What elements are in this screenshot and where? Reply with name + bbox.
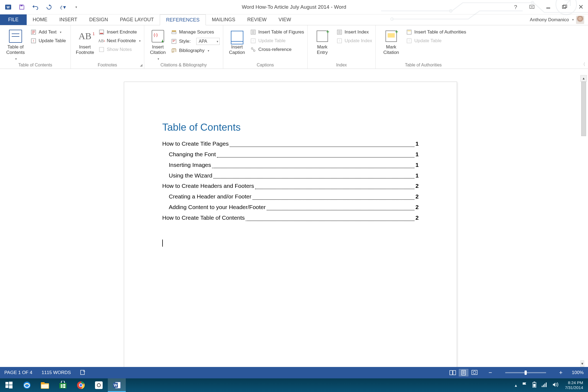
account-menu[interactable]: Anthony Domanico▾ — [530, 14, 588, 25]
document-page[interactable]: Table of Contents How to Create Title Pa… — [124, 82, 457, 367]
svg-text:W: W — [114, 383, 117, 387]
vertical-scrollbar[interactable]: ▲ ▼ — [580, 75, 587, 367]
spellcheck-icon[interactable] — [80, 369, 86, 376]
zoom-in-icon[interactable]: + — [559, 369, 563, 376]
document-area[interactable]: Table of Contents How to Create Title Pa… — [0, 75, 588, 367]
scroll-thumb[interactable] — [581, 82, 586, 136]
zoom-out-icon[interactable]: − — [489, 369, 492, 376]
tab-references[interactable]: REFERENCES — [160, 14, 206, 25]
svg-rect-15 — [100, 33, 103, 34]
svg-point-1 — [449, 10, 452, 12]
group-label-citations: Citations & Bibliography — [144, 63, 223, 68]
tray-clock[interactable]: 8:24 PM 7/31/2014 — [563, 380, 586, 390]
status-bar: PAGE 1 OF 4 1115 WORDS − + 100% — [0, 367, 588, 378]
svg-rect-18 — [172, 32, 176, 34]
svg-rect-16 — [99, 47, 104, 52]
taskbar: W ▴ 8:24 PM 7/31/2014 — [0, 378, 588, 392]
maximize-icon[interactable] — [561, 4, 568, 10]
insert-table-of-figures-button[interactable]: Insert Table of Figures — [250, 29, 304, 35]
close-icon[interactable] — [578, 4, 584, 10]
tray-battery-icon[interactable] — [532, 382, 537, 389]
add-text-button[interactable]: Add Text▾ — [30, 29, 66, 35]
group-label-captions: Captions — [223, 63, 307, 68]
collapse-ribbon-icon[interactable]: 〈 — [581, 62, 585, 67]
print-layout-icon[interactable] — [459, 369, 468, 376]
bibliography-button[interactable]: Bibliography▾ — [171, 48, 220, 54]
taskbar-chrome-icon[interactable] — [72, 378, 90, 392]
insert-table-of-authorities-button[interactable]: Insert Table of Authorities — [406, 29, 466, 35]
tab-design[interactable]: DESIGN — [83, 14, 114, 25]
taskbar-ie-icon[interactable] — [18, 378, 36, 392]
web-layout-icon[interactable] — [470, 369, 479, 376]
zoom-level[interactable]: 100% — [572, 370, 584, 375]
toc-entry[interactable]: How to Create Table of Contents2 — [162, 213, 419, 223]
ribbon-display-icon[interactable] — [529, 4, 535, 10]
tray-overflow-icon[interactable]: ▴ — [515, 383, 517, 388]
group-label-toc: Table of Contents — [0, 63, 71, 68]
svg-rect-50 — [61, 386, 63, 388]
help-icon[interactable]: ? — [512, 4, 519, 10]
toc-heading[interactable]: Table of Contents — [162, 122, 419, 133]
tray-network-icon[interactable] — [541, 382, 547, 388]
taskbar-app-icon[interactable] — [90, 378, 108, 392]
update-toc-button[interactable]: !Update Table — [30, 38, 66, 44]
insert-index-button[interactable]: Insert Index — [336, 29, 372, 35]
group-label-footnotes: Footnotes — [71, 63, 144, 68]
svg-text:!: ! — [339, 39, 340, 42]
qat-customize-icon[interactable]: ▾ — [73, 4, 79, 10]
taskbar-store-icon[interactable] — [54, 378, 72, 392]
taskbar-word-icon[interactable]: W — [108, 378, 126, 392]
svg-rect-61 — [533, 384, 535, 387]
word-count[interactable]: 1115 WORDS — [42, 370, 71, 375]
start-button[interactable] — [0, 378, 18, 392]
svg-rect-6 — [20, 5, 23, 6]
svg-rect-40 — [5, 385, 8, 388]
svg-text:!: ! — [33, 39, 34, 43]
tab-mailings[interactable]: MAILINGS — [206, 14, 241, 25]
scroll-down-icon[interactable]: ▼ — [580, 360, 584, 367]
svg-text:W: W — [7, 5, 10, 9]
svg-rect-41 — [9, 385, 13, 388]
update-table-of-authorities-button: !Update Table — [406, 38, 466, 44]
tab-view[interactable]: VIEW — [272, 14, 297, 25]
group-label-index: Index — [308, 63, 375, 68]
tab-file[interactable]: FILE — [0, 14, 27, 25]
page-indicator[interactable]: PAGE 1 OF 4 — [4, 370, 32, 375]
touch-mode-icon[interactable]: ▾ — [59, 4, 66, 10]
zoom-slider[interactable] — [505, 372, 546, 373]
taskbar-explorer-icon[interactable] — [36, 378, 54, 392]
text-cursor — [162, 240, 163, 247]
tray-flag-icon[interactable] — [522, 382, 527, 388]
minimize-icon[interactable] — [545, 4, 552, 10]
svg-rect-49 — [63, 384, 65, 386]
next-footnote-button[interactable]: AB1Next Footnote▾ — [99, 38, 141, 44]
insert-endnote-button[interactable]: Insert Endnote — [99, 29, 141, 35]
svg-text:!: ! — [253, 39, 254, 42]
read-mode-icon[interactable] — [448, 369, 458, 376]
undo-icon[interactable] — [32, 4, 39, 10]
svg-rect-17 — [172, 30, 176, 32]
footnotes-dialog-launcher[interactable]: ◢ — [140, 63, 142, 67]
tray-volume-icon[interactable] — [552, 382, 558, 388]
svg-point-2 — [531, 1, 534, 4]
tab-review[interactable]: REVIEW — [241, 14, 272, 25]
svg-rect-9 — [562, 5, 566, 8]
manage-sources-button[interactable]: Manage Sources — [171, 29, 220, 35]
svg-rect-34 — [453, 370, 456, 375]
scroll-up-icon[interactable]: ▲ — [580, 75, 587, 82]
show-notes-button: Show Notes — [99, 47, 141, 53]
svg-point-54 — [79, 384, 82, 387]
ribbon-tabs: FILE HOME INSERT DESIGN PAGE LAYOUT REFE… — [0, 14, 588, 25]
svg-point-37 — [473, 371, 476, 374]
svg-rect-62 — [542, 386, 543, 387]
tab-insert[interactable]: INSERT — [53, 14, 83, 25]
update-table-of-figures-button: !Update Table — [250, 38, 304, 44]
save-icon[interactable] — [19, 4, 25, 10]
avatar — [576, 16, 584, 24]
redo-icon[interactable] — [46, 4, 52, 10]
tab-home[interactable]: HOME — [27, 14, 53, 25]
svg-rect-35 — [462, 370, 465, 375]
tab-page-layout[interactable]: PAGE LAYOUT — [114, 14, 160, 25]
citation-style-select[interactable]: Style: APA — [171, 38, 220, 45]
cross-reference-button[interactable]: Cross-reference — [250, 47, 304, 53]
